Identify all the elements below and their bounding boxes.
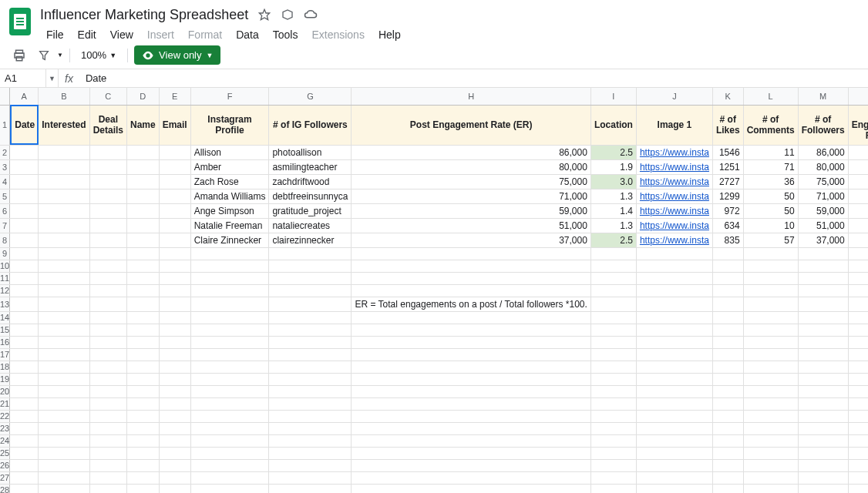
cell-C16[interactable] bbox=[89, 336, 126, 348]
cell-K27[interactable] bbox=[712, 471, 743, 484]
cell-C9[interactable] bbox=[89, 247, 126, 260]
cell-K15[interactable] bbox=[712, 324, 743, 336]
cell-D18[interactable] bbox=[126, 361, 159, 373]
cell-D12[interactable] bbox=[126, 284, 159, 297]
cell-E16[interactable] bbox=[159, 336, 190, 348]
star-icon[interactable] bbox=[257, 8, 271, 22]
menu-extensions[interactable]: Extensions bbox=[305, 25, 370, 44]
cell-F12[interactable] bbox=[190, 284, 269, 297]
col-header-H[interactable]: H bbox=[352, 88, 590, 105]
cell-L7[interactable]: 10 bbox=[743, 218, 798, 233]
cell-F27[interactable] bbox=[190, 471, 269, 484]
cell-I20[interactable] bbox=[590, 385, 636, 397]
name-box-dropdown-icon[interactable]: ▼ bbox=[46, 69, 59, 87]
cell-J4[interactable]: https://www.insta bbox=[636, 174, 712, 189]
cell-G21[interactable] bbox=[269, 397, 352, 410]
row-header-12[interactable]: 12 bbox=[0, 284, 10, 297]
cell-G18[interactable] bbox=[269, 361, 352, 373]
cell-L9[interactable] bbox=[743, 247, 798, 260]
cell-L20[interactable] bbox=[743, 385, 798, 397]
cell-I10[interactable] bbox=[590, 260, 636, 272]
cell-D11[interactable] bbox=[126, 272, 159, 284]
cell-D13[interactable] bbox=[126, 297, 159, 311]
cell-I24[interactable] bbox=[590, 434, 636, 447]
row-header-26[interactable]: 26 bbox=[0, 459, 10, 471]
cell-M24[interactable] bbox=[798, 434, 848, 447]
row-header-7[interactable]: 7 bbox=[0, 218, 10, 233]
cell-K26[interactable] bbox=[712, 459, 743, 471]
cell-J12[interactable] bbox=[636, 284, 712, 297]
cell-B19[interactable] bbox=[39, 373, 89, 385]
cell-L26[interactable] bbox=[743, 459, 798, 471]
row-header-19[interactable]: 19 bbox=[0, 373, 10, 385]
cell-G24[interactable] bbox=[269, 434, 352, 447]
cell-J25[interactable] bbox=[636, 447, 712, 459]
cell-C28[interactable] bbox=[89, 484, 126, 493]
cell-L22[interactable] bbox=[743, 410, 798, 422]
cell-I19[interactable] bbox=[590, 373, 636, 385]
cell-D6[interactable] bbox=[126, 203, 159, 218]
cell-G4[interactable]: zachdriftwood bbox=[269, 174, 352, 189]
cell-D4[interactable] bbox=[126, 174, 159, 189]
cell-A26[interactable] bbox=[10, 459, 39, 471]
cell-E27[interactable] bbox=[159, 471, 190, 484]
cell-M11[interactable] bbox=[798, 272, 848, 284]
cell-J15[interactable] bbox=[636, 324, 712, 336]
cell-C23[interactable] bbox=[89, 422, 126, 434]
cell-A16[interactable] bbox=[10, 336, 39, 348]
cell-C12[interactable] bbox=[89, 284, 126, 297]
cell-B23[interactable] bbox=[39, 422, 89, 434]
row-header-4[interactable]: 4 bbox=[0, 174, 10, 189]
row-header-20[interactable]: 20 bbox=[0, 385, 10, 397]
cell-E18[interactable] bbox=[159, 361, 190, 373]
cell-J2[interactable]: https://www.insta bbox=[636, 145, 712, 159]
cell-I6[interactable]: 1.4 bbox=[590, 203, 636, 218]
cell-F16[interactable] bbox=[190, 336, 269, 348]
cell-K28[interactable] bbox=[712, 484, 743, 493]
cell-K11[interactable] bbox=[712, 272, 743, 284]
cell-I3[interactable]: 1.9 bbox=[590, 159, 636, 174]
cell-J3[interactable]: https://www.insta bbox=[636, 159, 712, 174]
cell-K6[interactable]: 972 bbox=[712, 203, 743, 218]
cell-I28[interactable] bbox=[590, 484, 636, 493]
row-header-6[interactable]: 6 bbox=[0, 203, 10, 218]
cell-A28[interactable] bbox=[10, 484, 39, 493]
cell-H23[interactable] bbox=[352, 422, 590, 434]
cell-D8[interactable] bbox=[126, 233, 159, 247]
cell-E19[interactable] bbox=[159, 373, 190, 385]
col-header-D[interactable]: D bbox=[126, 88, 159, 105]
cell-M13[interactable] bbox=[798, 297, 848, 311]
row-header-18[interactable]: 18 bbox=[0, 361, 10, 373]
cell-F28[interactable] bbox=[190, 484, 269, 493]
cell-G15[interactable] bbox=[269, 324, 352, 336]
cell-M17[interactable] bbox=[798, 348, 848, 361]
cell-N17[interactable] bbox=[848, 348, 868, 361]
cell-L12[interactable] bbox=[743, 284, 798, 297]
cell-B14[interactable] bbox=[39, 311, 89, 324]
cell-D7[interactable] bbox=[126, 218, 159, 233]
cell-G9[interactable] bbox=[269, 247, 352, 260]
cell-H20[interactable] bbox=[352, 385, 590, 397]
cell-J26[interactable] bbox=[636, 459, 712, 471]
cell-E3[interactable] bbox=[159, 159, 190, 174]
cell-B27[interactable] bbox=[39, 471, 89, 484]
cell-C7[interactable] bbox=[89, 218, 126, 233]
cell-A3[interactable] bbox=[10, 159, 39, 174]
cell-F18[interactable] bbox=[190, 361, 269, 373]
cell-N20[interactable] bbox=[848, 385, 868, 397]
cell-G14[interactable] bbox=[269, 311, 352, 324]
cell-I21[interactable] bbox=[590, 397, 636, 410]
cell-F3[interactable]: Amber bbox=[190, 159, 269, 174]
cell-L13[interactable] bbox=[743, 297, 798, 311]
cell-E10[interactable] bbox=[159, 260, 190, 272]
cell-B17[interactable] bbox=[39, 348, 89, 361]
cell-I17[interactable] bbox=[590, 348, 636, 361]
cell-M14[interactable] bbox=[798, 311, 848, 324]
cell-J13[interactable] bbox=[636, 297, 712, 311]
cell-C27[interactable] bbox=[89, 471, 126, 484]
cell-K20[interactable] bbox=[712, 385, 743, 397]
cell-F10[interactable] bbox=[190, 260, 269, 272]
cell-L21[interactable] bbox=[743, 397, 798, 410]
cell-K3[interactable]: 1251 bbox=[712, 159, 743, 174]
zoom-dropdown[interactable]: 100%▼ bbox=[76, 46, 121, 64]
